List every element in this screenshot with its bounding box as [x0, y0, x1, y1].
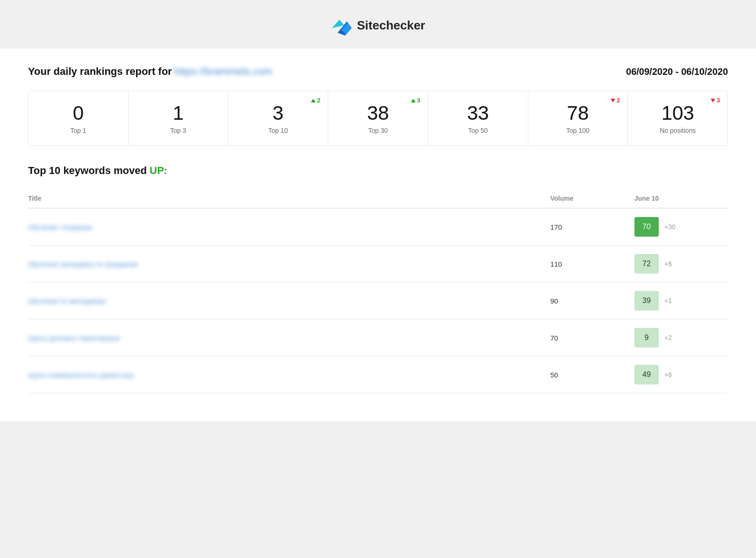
row-volume: 110: [550, 260, 634, 268]
row-rank-cell: 9 +2: [634, 328, 728, 348]
stat-badge-nopos: 3: [711, 97, 720, 104]
stat-card-top1: 0 Top 1: [29, 91, 129, 145]
report-url[interactable]: https://brammels.com: [174, 65, 272, 77]
rank-badge: 70: [634, 217, 659, 237]
stat-number-top100: 78: [538, 102, 619, 124]
rank-badge: 72: [634, 254, 659, 274]
arrow-up-icon: [311, 99, 316, 102]
main-content: Your daily rankings report for https://b…: [0, 49, 756, 421]
stat-card-top30: 3 38 Top 30: [328, 91, 428, 145]
stat-label-top1: Top 1: [38, 127, 119, 134]
row-volume: 50: [550, 371, 634, 379]
stat-number-top10: 3: [238, 102, 318, 124]
row-rank-cell: 49 +6: [634, 365, 728, 384]
stat-label-top100: Top 100: [538, 127, 619, 134]
stat-label-top3: Top 3: [138, 127, 219, 134]
rank-change: +1: [664, 297, 672, 304]
stat-card-top10: 2 3 Top 10: [228, 91, 328, 145]
table-row: обучение hr менеджера 90 39 +1: [28, 283, 728, 319]
row-volume: 90: [550, 297, 634, 305]
stat-badge-top10: 2: [311, 97, 320, 104]
stat-label-top10: Top 10: [238, 127, 318, 134]
rank-badge: 9: [634, 328, 659, 348]
stat-number-nopos: 103: [637, 102, 718, 124]
stat-badge-top100: 2: [611, 97, 620, 104]
stat-badge-top30: 3: [411, 97, 420, 104]
stat-number-top50: 33: [438, 102, 518, 124]
col-volume-header: Volume: [550, 195, 634, 202]
row-rank-cell: 39 +1: [634, 291, 728, 311]
report-title: Your daily rankings report for https://b…: [28, 65, 272, 78]
keywords-section: Top 10 keywords moved UP: Title Volume J…: [28, 165, 728, 393]
rank-change: +6: [664, 260, 672, 268]
arrow-down-icon: [611, 99, 615, 102]
row-volume: 170: [550, 223, 634, 231]
report-title-prefix: Your daily rankings report for: [28, 65, 172, 77]
stat-card-top50: 33 Top 50: [428, 91, 528, 145]
date-range: 06/09/2020 - 06/10/2020: [626, 66, 728, 77]
col-date-header: June 10: [634, 195, 728, 202]
rank-change: +6: [664, 371, 672, 378]
row-keyword-title[interactable]: курсы деловых переговоров: [28, 334, 550, 342]
section-title: Top 10 keywords moved UP:: [28, 165, 728, 177]
arrow-down-icon: [711, 99, 715, 102]
row-keyword-title[interactable]: обучение hr менеджера: [28, 297, 550, 305]
table-row: курсы деловых переговоров 70 9 +2: [28, 319, 728, 356]
svg-marker-0: [332, 20, 344, 28]
rank-change: +30: [664, 223, 676, 231]
stat-card-nopos: 3 103 No positions: [628, 91, 727, 145]
stat-number-top3: 1: [138, 102, 219, 124]
rank-badge: 49: [634, 365, 659, 384]
stat-number-top30: 38: [338, 102, 418, 124]
arrow-up-icon: [411, 99, 416, 102]
keywords-table-body: обучение тендерам 170 70 +30 обучение ме…: [28, 209, 728, 393]
stat-card-top100: 2 78 Top 100: [528, 91, 628, 145]
up-highlight: UP:: [150, 165, 167, 176]
row-keyword-title[interactable]: курсы коммерческого директора: [28, 371, 550, 379]
row-keyword-title[interactable]: обучение тендерам: [28, 223, 550, 231]
logo-text: Sitechecker: [357, 18, 425, 33]
table-row: курсы коммерческого директора 50 49 +6: [28, 356, 728, 393]
table-row: обучение тендерам 170 70 +30: [28, 209, 728, 246]
stat-card-top3: 1 Top 3: [129, 91, 229, 145]
rank-badge: 39: [634, 291, 659, 311]
page-header: Sitechecker: [0, 0, 756, 49]
stat-label-nopos: No positions: [637, 127, 718, 134]
rank-change: +2: [664, 334, 672, 341]
stats-row: 0 Top 1 1 Top 3 2 3 Top 10 3 38 Top 30: [28, 91, 728, 146]
row-rank-cell: 70 +30: [634, 217, 728, 237]
row-keyword-title[interactable]: обучение менеджер по продажам: [28, 260, 550, 268]
col-title-header: Title: [28, 195, 550, 202]
stat-label-top30: Top 30: [338, 127, 418, 134]
row-rank-cell: 72 +6: [634, 254, 728, 274]
table-row: обучение менеджер по продажам 110 72 +6: [28, 246, 728, 283]
row-volume: 70: [550, 334, 634, 342]
stat-number-top1: 0: [38, 102, 119, 124]
stat-label-top50: Top 50: [438, 127, 518, 134]
table-header: Title Volume June 10: [28, 190, 728, 209]
sitechecker-logo-icon: [331, 15, 352, 36]
report-header: Your daily rankings report for https://b…: [28, 65, 728, 78]
